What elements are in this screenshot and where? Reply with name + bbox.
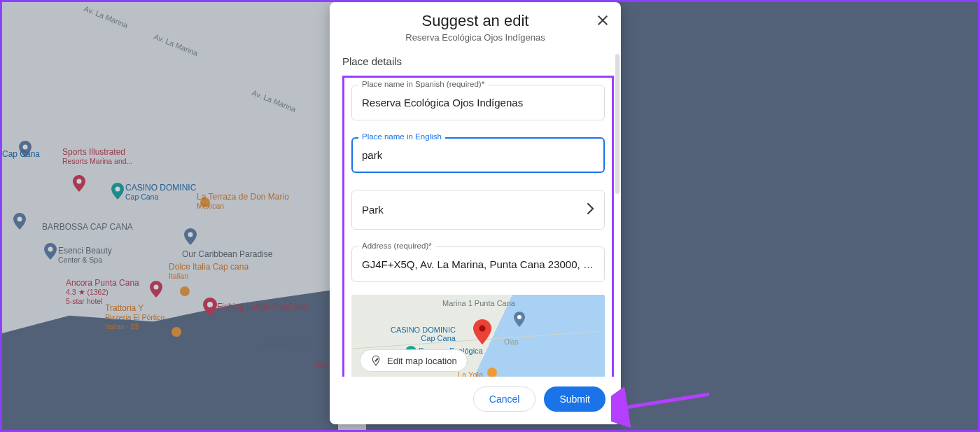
address-field: Address (required)* <box>351 246 605 282</box>
dialog-subtitle: Reserva Ecológica Ojos Indígenas <box>344 32 607 43</box>
scrollbar-thumb[interactable] <box>615 54 620 194</box>
map-poi-muelle[interactable]: Muelle de cap c <box>262 340 321 350</box>
dialog-footer: Cancel Submit <box>330 377 621 424</box>
place-name-english-field: Place name in English <box>351 137 605 173</box>
svg-point-15 <box>479 326 486 332</box>
edit-map-location-button[interactable]: Edit map location <box>360 349 468 372</box>
svg-point-10 <box>172 327 181 337</box>
map-pin-icon <box>184 228 197 245</box>
svg-point-7 <box>207 302 213 307</box>
map-poi-wa[interactable]: Wa <box>315 361 328 370</box>
dialog-scroll-area[interactable]: Place details Place name in Spanish (req… <box>330 48 621 377</box>
annotation-highlight-box: Place name in Spanish (required)* Place … <box>342 76 614 377</box>
map-pin-icon <box>203 298 217 316</box>
map-poi-ancora[interactable]: Ancora Punta Cana4.3 ★ (1362)5-star hote… <box>66 278 139 305</box>
mini-map-road-label: Olas <box>504 338 519 346</box>
map-poi-casino-dominic[interactable]: CASINO DOMINICCap Cana <box>125 183 196 202</box>
address-label: Address (required)* <box>358 242 435 250</box>
close-button[interactable] <box>594 12 611 29</box>
mini-map-yola-label: La Yola <box>458 370 483 377</box>
map-poi-terraza[interactable]: La Terraza de Don MarioMexican <box>197 192 289 211</box>
restaurant-icon <box>172 327 181 337</box>
chevron-right-icon <box>587 202 594 218</box>
close-icon <box>594 12 611 29</box>
map-pin-icon <box>150 281 162 298</box>
svg-point-4 <box>188 232 193 237</box>
place-name-english-input[interactable] <box>351 137 605 173</box>
location-mini-map[interactable]: Marina 1 Punta Cana CASINO DOMINIC Cap C… <box>351 295 605 377</box>
map-poi-cap-cana-pin[interactable]: Cap Cana <box>2 149 40 159</box>
map-poi-si-resorts[interactable]: Sports IllustratedResorts Marina and... <box>62 147 132 166</box>
suggest-edit-dialog: Suggest an edit Reserva Ecológica Ojos I… <box>330 2 621 424</box>
mini-map-pin-icon <box>514 312 525 327</box>
viewport: Av. La Marina Av. La Marina Av. La Marin… <box>0 0 980 432</box>
place-name-spanish-field: Place name in Spanish (required)* <box>351 85 605 120</box>
svg-point-2 <box>115 187 120 192</box>
map-pin-icon <box>44 243 57 260</box>
map-poi-our-caribbean[interactable]: Our Caribbean Paradise <box>182 249 272 259</box>
svg-point-6 <box>154 285 159 290</box>
submit-button[interactable]: Submit <box>544 386 606 412</box>
map-pin-icon <box>73 175 85 192</box>
map-pin-icon <box>13 213 26 230</box>
restaurant-icon <box>180 286 190 296</box>
map-poi-esenci[interactable]: Esenci BeautyCenter & Spa <box>58 246 112 265</box>
edit-map-location-label: Edit map location <box>387 356 457 366</box>
place-details-label: Place details <box>342 51 614 73</box>
mini-map-marina-label: Marina 1 Punta Cana <box>442 299 515 307</box>
place-name-english-label: Place name in English <box>358 132 445 141</box>
map-poi-dolce-italia[interactable]: Dolce Italia Cap canaItalian <box>169 262 248 281</box>
category-value: Park <box>362 204 384 216</box>
svg-point-3 <box>18 217 22 222</box>
place-name-spanish-input[interactable] <box>351 85 605 120</box>
map-pin-icon <box>111 183 124 200</box>
cancel-button[interactable]: Cancel <box>473 386 536 412</box>
address-input[interactable] <box>351 246 605 282</box>
mini-map-restaurant-icon <box>487 368 497 377</box>
mini-map-casino-label: CASINO DOMINIC Cap Cana <box>391 326 456 342</box>
location-pin-icon[interactable] <box>473 319 491 344</box>
svg-point-8 <box>180 286 190 296</box>
dialog-header: Suggest an edit Reserva Ecológica Ojos I… <box>330 2 621 48</box>
svg-point-1 <box>77 179 82 184</box>
category-selector[interactable]: Park <box>351 190 605 230</box>
map-poi-fishing-lodge[interactable]: Fishing Lodge CapCana <box>217 302 307 312</box>
place-name-spanish-label: Place name in Spanish (required)* <box>358 80 488 88</box>
map-poi-trattoria[interactable]: Trattoria YPizzeria El PórticoItalian · … <box>105 303 164 330</box>
edit-location-icon <box>370 355 382 366</box>
svg-point-14 <box>487 368 497 377</box>
map-poi-barbossa[interactable]: BARBOSSA CAP CANA <box>42 222 133 232</box>
dialog-title: Suggest an edit <box>344 12 607 30</box>
svg-point-11 <box>517 315 522 319</box>
svg-point-5 <box>48 247 53 252</box>
